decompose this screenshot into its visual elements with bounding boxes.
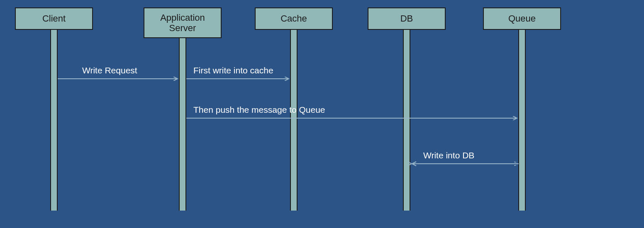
message-write-into-db: Write into DB xyxy=(423,150,474,160)
arrow-write-into-db-fix xyxy=(0,0,644,228)
